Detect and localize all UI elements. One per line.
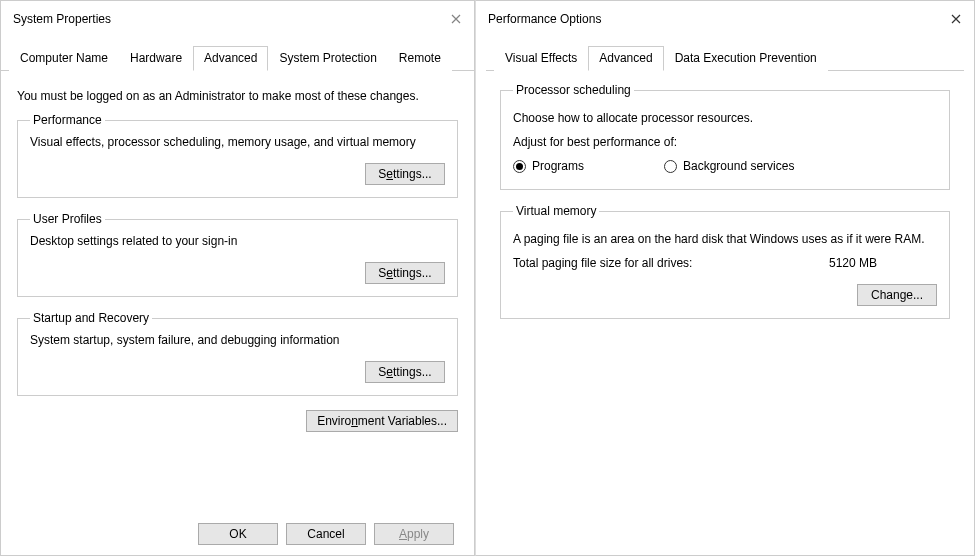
right-tab-content: Processor scheduling Choose how to alloc… [476, 71, 974, 345]
radio-icon [513, 160, 526, 173]
close-icon[interactable] [946, 9, 966, 29]
vm-desc: A paging file is an area on the hard dis… [513, 232, 937, 246]
user-profiles-desc: Desktop settings related to your sign-in [30, 234, 445, 248]
cancel-button[interactable]: Cancel [286, 523, 366, 545]
apply-button[interactable]: Apply [374, 523, 454, 545]
vm-total-row: Total paging file size for all drives: 5… [513, 256, 937, 270]
left-bottom-buttons: OK Cancel Apply [198, 523, 454, 545]
vm-total-label: Total paging file size for all drives: [513, 256, 692, 270]
vm-legend: Virtual memory [513, 204, 599, 218]
tab-remote[interactable]: Remote [388, 46, 452, 71]
radio-icon [664, 160, 677, 173]
window-title: Performance Options [488, 12, 601, 26]
tab-hardware[interactable]: Hardware [119, 46, 193, 71]
system-properties-window: System Properties Computer Name Hardware… [0, 0, 475, 556]
environment-variables-button[interactable]: Environment Variables... [306, 410, 458, 432]
titlebar: Performance Options [476, 1, 974, 33]
virtual-memory-group: Virtual memory A paging file is an area … [500, 204, 950, 319]
performance-desc: Visual effects, processor scheduling, me… [30, 135, 445, 149]
vm-change-button[interactable]: Change... [857, 284, 937, 306]
startup-settings-button[interactable]: Settings... [365, 361, 445, 383]
tab-dep[interactable]: Data Execution Prevention [664, 46, 828, 71]
tab-system-protection[interactable]: System Protection [268, 46, 387, 71]
user-profiles-legend: User Profiles [30, 212, 105, 226]
tab-computer-name[interactable]: Computer Name [9, 46, 119, 71]
radio-programs[interactable]: Programs [513, 159, 584, 173]
performance-legend: Performance [30, 113, 105, 127]
processor-scheduling-group: Processor scheduling Choose how to alloc… [500, 83, 950, 190]
left-tab-content: You must be logged on as an Administrato… [1, 71, 474, 444]
ok-button[interactable]: OK [198, 523, 278, 545]
close-icon[interactable] [446, 9, 466, 29]
titlebar: System Properties [1, 1, 474, 33]
processor-radio-row: Programs Background services [513, 159, 937, 173]
admin-instruct: You must be logged on as an Administrato… [17, 89, 458, 103]
processor-adjust: Adjust for best performance of: [513, 135, 937, 149]
user-profiles-group: User Profiles Desktop settings related t… [17, 212, 458, 297]
startup-group: Startup and Recovery System startup, sys… [17, 311, 458, 396]
processor-legend: Processor scheduling [513, 83, 634, 97]
startup-desc: System startup, system failure, and debu… [30, 333, 445, 347]
window-title: System Properties [13, 12, 111, 26]
vm-total-value: 5120 MB [829, 256, 937, 270]
tab-advanced-perf[interactable]: Advanced [588, 46, 663, 71]
startup-legend: Startup and Recovery [30, 311, 152, 325]
radio-bg-label: Background services [683, 159, 794, 173]
right-tabs: Visual Effects Advanced Data Execution P… [486, 45, 964, 71]
user-profiles-settings-button[interactable]: Settings... [365, 262, 445, 284]
left-tabs: Computer Name Hardware Advanced System P… [1, 45, 474, 71]
tab-advanced[interactable]: Advanced [193, 46, 268, 71]
radio-programs-label: Programs [532, 159, 584, 173]
performance-settings-button[interactable]: Settings... [365, 163, 445, 185]
processor-desc: Choose how to allocate processor resourc… [513, 111, 937, 125]
tab-visual-effects[interactable]: Visual Effects [494, 46, 588, 71]
performance-options-window: Performance Options Visual Effects Advan… [475, 0, 975, 556]
performance-group: Performance Visual effects, processor sc… [17, 113, 458, 198]
radio-background-services[interactable]: Background services [664, 159, 794, 173]
